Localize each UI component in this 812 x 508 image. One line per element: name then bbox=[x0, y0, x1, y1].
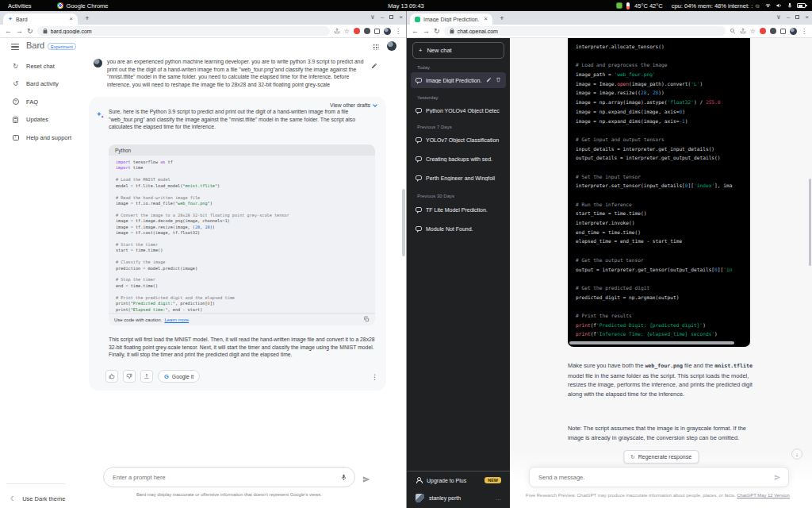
share-response-button[interactable] bbox=[140, 370, 153, 383]
forward-button[interactable]: → bbox=[16, 28, 23, 35]
user-account-row[interactable]: stanley perth … bbox=[411, 490, 506, 506]
maximize-button[interactable] bbox=[389, 15, 393, 19]
chat-item[interactable]: Python YOLOv4 Object Detec bbox=[411, 102, 506, 118]
clock[interactable]: May 13 09:43 bbox=[388, 0, 423, 11]
sidebar-divider bbox=[407, 471, 510, 471]
tab-search-icon[interactable]: ∨ bbox=[776, 13, 781, 21]
response-more-menu-icon[interactable]: ⋮ bbox=[371, 373, 378, 381]
tab-chatgpt[interactable]: Image Digit Prediction. × bbox=[410, 13, 492, 25]
google-it-button[interactable]: G Google it bbox=[158, 370, 200, 383]
chat-item[interactable]: Module Not Found. bbox=[411, 221, 506, 237]
send-message-icon[interactable] bbox=[774, 470, 781, 484]
sidebar-item-faq[interactable]: ?FAQ bbox=[0, 93, 82, 111]
maximize-button[interactable] bbox=[795, 15, 799, 19]
focused-app[interactable]: Google Chrome bbox=[57, 2, 109, 10]
microphone-status-icon[interactable] bbox=[787, 2, 793, 9]
tab-search-icon[interactable]: ∨ bbox=[370, 13, 375, 21]
tab-bard[interactable]: ✦ Bard × bbox=[3, 13, 78, 25]
chat-item[interactable]: YOLOv7 Object Classification bbox=[411, 132, 506, 148]
version-link[interactable]: ChatGPT May 12 Version bbox=[737, 493, 790, 498]
forward-button[interactable]: → bbox=[423, 28, 430, 35]
new-tab-button[interactable]: + bbox=[82, 13, 92, 23]
sidebar-item-bard-activity[interactable]: ↺Bard activity bbox=[0, 75, 82, 94]
extension-icon-square[interactable] bbox=[780, 29, 786, 34]
bard-scrollbar[interactable] bbox=[402, 189, 405, 256]
account-avatar[interactable] bbox=[387, 41, 396, 51]
close-window-button[interactable]: × bbox=[805, 13, 809, 21]
system-stats: cpu: 04% mem: 48% internet: : ☺ bbox=[672, 2, 760, 10]
code-language-label: Python bbox=[109, 144, 375, 156]
share-icon[interactable] bbox=[740, 28, 746, 34]
extension-icon-dark[interactable] bbox=[364, 28, 370, 34]
extension-icon-dark[interactable] bbox=[770, 28, 776, 34]
tab-close-icon[interactable]: × bbox=[69, 16, 73, 22]
rename-chat-icon[interactable] bbox=[486, 77, 492, 83]
address-bar[interactable]: chat.openai.com bbox=[444, 26, 726, 36]
new-tab-button[interactable]: + bbox=[497, 13, 507, 23]
assistant-paragraph-2: Note: The script assumes that the image … bbox=[568, 424, 753, 442]
browser-profile-avatar[interactable] bbox=[384, 28, 391, 35]
url-text: chat.openai.com bbox=[458, 29, 498, 34]
chatgpt-code-block[interactable]: interpreter.allocate_tensors() # Load an… bbox=[568, 38, 750, 347]
code-horizontal-scrollbar[interactable] bbox=[568, 341, 750, 345]
send-prompt-icon[interactable] bbox=[362, 472, 370, 487]
activities-button[interactable]: Activities bbox=[8, 2, 32, 10]
reload-button[interactable]: ↻ bbox=[27, 28, 33, 35]
focused-app-label: Google Chrome bbox=[67, 2, 109, 10]
thumbs-down-button[interactable] bbox=[123, 370, 136, 383]
upgrade-to-plus-button[interactable]: Upgrade to Plus NEW bbox=[411, 472, 506, 488]
zoom-icon[interactable] bbox=[730, 28, 736, 34]
delete-chat-icon[interactable] bbox=[496, 77, 501, 83]
copy-code-icon[interactable] bbox=[363, 316, 370, 323]
learn-more-link[interactable]: Learn more bbox=[164, 318, 189, 322]
extension-icon-red[interactable] bbox=[760, 28, 766, 34]
browser-menu-icon[interactable]: ⋮ bbox=[801, 28, 807, 35]
sidebar-item-updates[interactable]: Updates bbox=[0, 111, 82, 129]
back-button[interactable]: ← bbox=[412, 28, 419, 35]
chatgpt-toolbar: ← → ↻ chat.openai.com ☆ ⋮ bbox=[407, 25, 812, 38]
sidebar-item-reset-chat[interactable]: ↻Reset chat bbox=[0, 57, 82, 75]
dark-theme-toggle[interactable]: ☾ Use Dark theme bbox=[10, 495, 65, 502]
extension-icon-red[interactable] bbox=[354, 28, 360, 34]
sidebar-item-help[interactable]: !Help and support bbox=[0, 129, 82, 147]
browser-profile-avatar[interactable] bbox=[790, 28, 797, 35]
volume-icon[interactable] bbox=[776, 2, 783, 9]
minimize-button[interactable]: – bbox=[381, 13, 384, 21]
chat-item[interactable]: Perth Engineer and Wingfoil bbox=[411, 170, 506, 186]
desktop: Activities Google Chrome May 13 09:43 45… bbox=[0, 0, 812, 508]
back-button[interactable]: ← bbox=[5, 28, 12, 35]
regenerate-response-button[interactable]: ↻ Regenerate response bbox=[623, 450, 699, 464]
chatgpt-footer: Free Research Preview. ChatGPT may produ… bbox=[510, 493, 806, 498]
share-icon[interactable] bbox=[334, 28, 340, 34]
prompt-input-container bbox=[103, 467, 355, 487]
chat-item[interactable]: Creating backups with sed. bbox=[411, 151, 506, 167]
mic-icon[interactable] bbox=[340, 470, 347, 484]
chat-vertical-scrollbar[interactable] bbox=[809, 179, 811, 266]
close-window-button[interactable]: × bbox=[399, 13, 403, 21]
message-input[interactable] bbox=[537, 473, 774, 482]
minimize-button[interactable]: – bbox=[787, 13, 790, 21]
thermometer-icon bbox=[626, 2, 630, 10]
thumbs-up-button[interactable] bbox=[105, 370, 118, 383]
wifi-icon[interactable] bbox=[764, 2, 772, 9]
new-chat-button[interactable]: + New chat bbox=[412, 42, 504, 59]
view-other-drafts[interactable]: View other drafts bbox=[330, 102, 377, 108]
chat-item-active[interactable]: Image Digit Prediction. bbox=[411, 72, 506, 88]
tray-app-icon[interactable] bbox=[616, 2, 622, 9]
address-bar[interactable]: bard.google.com bbox=[37, 26, 330, 36]
tab-close-icon[interactable]: × bbox=[484, 16, 488, 22]
prompt-input[interactable] bbox=[111, 473, 340, 482]
bookmark-star-icon[interactable]: ☆ bbox=[750, 28, 756, 35]
bookmark-star-icon[interactable]: ☆ bbox=[344, 28, 350, 35]
reload-button[interactable]: ↻ bbox=[434, 28, 440, 35]
code-content[interactable]: import tensorflow as tfimport time # Loa… bbox=[109, 156, 375, 313]
battery-icon[interactable] bbox=[797, 3, 806, 8]
edit-prompt-icon[interactable] bbox=[371, 58, 377, 88]
account-menu-icon[interactable]: … bbox=[496, 495, 501, 501]
browser-menu-icon[interactable]: ⋮ bbox=[395, 28, 401, 35]
scroll-to-bottom-button[interactable]: ↓ bbox=[791, 448, 802, 460]
extension-icon-square[interactable] bbox=[374, 29, 380, 34]
chat-item[interactable]: TF Lite Model Prediction. bbox=[411, 202, 506, 217]
menu-hamburger-icon[interactable] bbox=[11, 44, 19, 50]
google-apps-grid-icon[interactable] bbox=[373, 44, 379, 50]
